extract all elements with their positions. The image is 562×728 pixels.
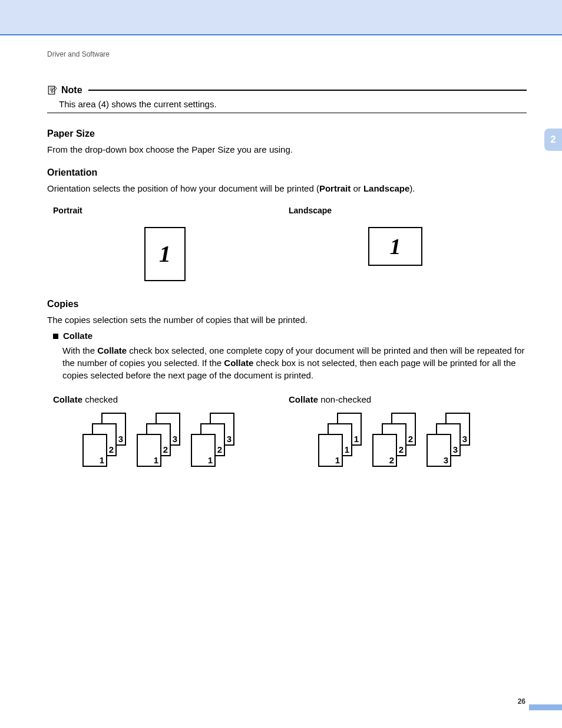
sheet-num: 3 (173, 434, 177, 444)
stack: 2 2 2 (372, 413, 417, 467)
bullet-square-icon (53, 334, 58, 339)
text-orientation: Orientation selects the position of how … (47, 183, 527, 195)
page-number: 26 (518, 697, 525, 706)
orientation-examples-row: Portrait 1 Landscape 1 (47, 206, 527, 281)
collate-col-nonchecked: Collate non-checked 1 1 1 2 2 2 3 3 3 (283, 394, 518, 467)
label-collate-nonchecked-bold: Collate (289, 394, 318, 404)
sheet-num: 1 (100, 455, 104, 465)
bullet-collate: Collate (53, 331, 527, 341)
collate-col-checked: Collate checked 3 2 1 3 2 1 3 2 1 (47, 394, 283, 467)
sheet-num: 1 (208, 455, 213, 465)
sheet: 3 (427, 434, 451, 467)
portrait-sample-page: 1 (144, 227, 186, 281)
note-rule-top (88, 90, 527, 91)
landscape-sample-page: 1 (368, 227, 422, 266)
sheet-num: 3 (462, 434, 467, 444)
orientation-text-mid: or (351, 183, 363, 193)
sheet-num: 2 (163, 444, 168, 454)
label-collate-checked: Collate checked (53, 394, 283, 404)
note-block: Note This area (4) shows the current set… (47, 85, 527, 113)
chapter-tab: 2 (544, 129, 562, 151)
label-collate-checked-rest: checked (82, 394, 118, 404)
stack: 3 2 1 (82, 413, 127, 467)
orientation-bold-portrait: Portrait (319, 183, 351, 193)
sheet-num: 2 (109, 444, 114, 454)
collate-text-1: With the (62, 345, 97, 355)
text-paper-size: From the drop-down box choose the Paper … (47, 144, 527, 156)
sheet-num: 1 (154, 455, 158, 465)
sheet: 1 (137, 434, 161, 467)
collate-examples-row: Collate checked 3 2 1 3 2 1 3 2 1 (47, 394, 527, 467)
stack: 1 1 1 (318, 413, 363, 467)
svg-rect-0 (48, 86, 55, 94)
label-collate-checked-bold: Collate (53, 394, 82, 404)
sheet-num: 2 (399, 444, 404, 454)
sheet: 1 (82, 434, 107, 467)
heading-copies: Copies (47, 299, 527, 309)
sheet-num: 3 (444, 455, 448, 465)
stack: 3 3 3 (427, 413, 471, 467)
sheet-num: 1 (335, 455, 340, 465)
sheet-num: 2 (217, 444, 222, 454)
label-portrait: Portrait (53, 206, 283, 215)
bullet-label-collate: Collate (63, 331, 92, 341)
collate-bold-2: Collate (224, 358, 253, 368)
label-collate-nonchecked-rest: non-checked (318, 394, 371, 404)
note-body: This area (4) shows the current settings… (59, 99, 527, 109)
sheet: 2 (372, 434, 397, 467)
label-landscape: Landscape (289, 206, 518, 215)
label-collate-nonchecked: Collate non-checked (289, 394, 518, 404)
stack: 3 2 1 (137, 413, 181, 467)
stacks-checked: 3 2 1 3 2 1 3 2 1 (82, 413, 283, 467)
stacks-nonchecked: 1 1 1 2 2 2 3 3 3 (318, 413, 518, 467)
orientation-bold-landscape: Landscape (363, 183, 409, 193)
note-rule-bottom (47, 113, 527, 113)
sheet-num: 1 (354, 434, 359, 444)
text-copies: The copies selection sets the number of … (47, 314, 527, 326)
sheet-num: 1 (345, 444, 349, 454)
orientation-text-post: ). (409, 183, 415, 193)
sheet: 1 (318, 434, 343, 467)
sheet-num: 3 (453, 444, 458, 454)
sheet-num: 2 (389, 455, 394, 465)
orientation-col-landscape: Landscape 1 (283, 206, 518, 281)
header-band (0, 0, 562, 35)
breadcrumb: Driver and Software (47, 50, 527, 58)
sheet-num: 3 (227, 434, 232, 444)
heading-orientation: Orientation (47, 167, 527, 178)
note-icon (47, 85, 58, 95)
stack: 3 2 1 (191, 413, 236, 467)
note-label: Note (61, 85, 82, 95)
page-number-bar (529, 704, 562, 710)
heading-paper-size: Paper Size (47, 129, 527, 139)
text-collate-body: With the Collate check box selected, one… (62, 344, 527, 381)
orientation-text-pre: Orientation selects the position of how … (47, 183, 319, 193)
sheet-num: 3 (118, 434, 123, 444)
sheet-num: 2 (408, 434, 413, 444)
collate-bold-1: Collate (97, 345, 127, 355)
orientation-col-portrait: Portrait 1 (47, 206, 283, 281)
page-content: Driver and Software Note This area (4) s… (47, 50, 527, 467)
sheet: 1 (191, 434, 216, 467)
